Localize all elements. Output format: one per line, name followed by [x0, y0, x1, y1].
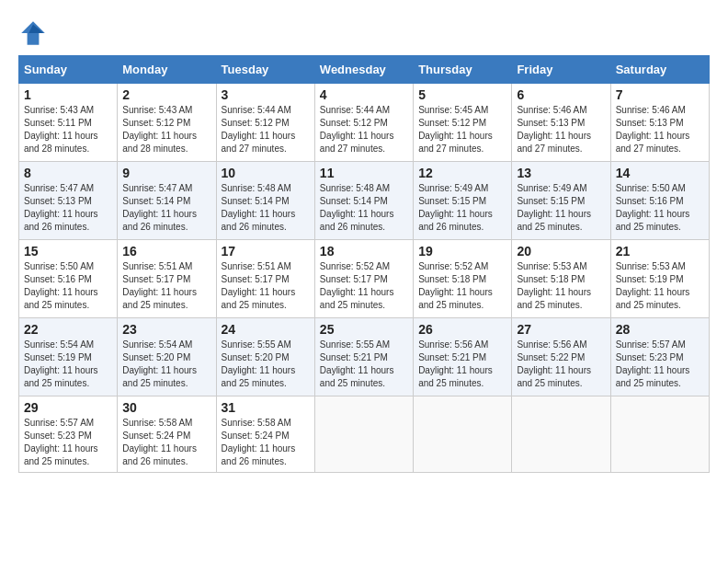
day-number: 22: [24, 322, 112, 337]
day-number: 1: [24, 87, 112, 102]
calendar-cell: 23Sunrise: 5:54 AMSunset: 5:20 PMDayligh…: [118, 318, 216, 396]
calendar-cell: 15Sunrise: 5:50 AMSunset: 5:16 PMDayligh…: [19, 240, 118, 318]
day-number: 14: [616, 166, 704, 180]
day-number: 24: [222, 322, 310, 337]
day-number: 30: [122, 400, 210, 415]
day-info: Sunrise: 5:56 AMSunset: 5:22 PMDaylight:…: [517, 339, 605, 390]
day-number: 20: [517, 244, 605, 259]
calendar-cell: 31Sunrise: 5:58 AMSunset: 5:24 PMDayligh…: [216, 396, 314, 473]
day-number: 7: [616, 87, 704, 102]
calendar-cell: [314, 396, 413, 473]
day-number: 21: [616, 244, 704, 259]
calendar-header-row: SundayMondayTuesdayWednesdayThursdayFrid…: [19, 56, 710, 84]
day-number: 31: [222, 400, 310, 415]
day-info: Sunrise: 5:46 AMSunset: 5:13 PMDaylight:…: [616, 104, 704, 155]
day-info: Sunrise: 5:54 AMSunset: 5:19 PMDaylight:…: [24, 339, 112, 390]
day-info: Sunrise: 5:54 AMSunset: 5:20 PMDaylight:…: [122, 339, 210, 390]
day-info: Sunrise: 5:43 AMSunset: 5:11 PMDaylight:…: [24, 104, 112, 155]
calendar-cell: [414, 396, 512, 473]
calendar-cell: 17Sunrise: 5:51 AMSunset: 5:17 PMDayligh…: [216, 240, 314, 318]
calendar-cell: 28Sunrise: 5:57 AMSunset: 5:23 PMDayligh…: [610, 318, 709, 396]
day-number: 9: [122, 166, 210, 180]
day-info: Sunrise: 5:51 AMSunset: 5:17 PMDaylight:…: [222, 260, 310, 312]
day-number: 15: [24, 244, 112, 259]
day-number: 29: [24, 400, 112, 415]
calendar-cell: 14Sunrise: 5:50 AMSunset: 5:16 PMDayligh…: [610, 162, 709, 240]
logo: [18, 18, 51, 48]
calendar-cell: 18Sunrise: 5:52 AMSunset: 5:17 PMDayligh…: [314, 240, 413, 318]
day-number: 2: [122, 87, 210, 102]
calendar-week-row: 22Sunrise: 5:54 AMSunset: 5:19 PMDayligh…: [19, 318, 710, 396]
calendar-cell: 26Sunrise: 5:56 AMSunset: 5:21 PMDayligh…: [414, 318, 512, 396]
calendar-cell: 6Sunrise: 5:46 AMSunset: 5:13 PMDaylight…: [512, 84, 610, 162]
day-number: 3: [222, 87, 310, 102]
day-info: Sunrise: 5:57 AMSunset: 5:23 PMDaylight:…: [24, 417, 112, 468]
day-number: 23: [122, 322, 210, 337]
calendar-cell: [512, 396, 610, 473]
day-info: Sunrise: 5:48 AMSunset: 5:14 PMDaylight:…: [222, 182, 310, 234]
day-number: 18: [320, 244, 408, 259]
calendar-cell: 9Sunrise: 5:47 AMSunset: 5:14 PMDaylight…: [118, 162, 216, 240]
calendar-cell: 10Sunrise: 5:48 AMSunset: 5:14 PMDayligh…: [216, 162, 314, 240]
calendar-cell: 7Sunrise: 5:46 AMSunset: 5:13 PMDaylight…: [610, 84, 709, 162]
calendar-cell: 1Sunrise: 5:43 AMSunset: 5:11 PMDaylight…: [19, 84, 118, 162]
calendar-cell: 19Sunrise: 5:52 AMSunset: 5:18 PMDayligh…: [414, 240, 512, 318]
day-number: 13: [517, 166, 605, 180]
column-header-wednesday: Wednesday: [314, 56, 413, 84]
calendar-cell: 20Sunrise: 5:53 AMSunset: 5:18 PMDayligh…: [512, 240, 610, 318]
day-info: Sunrise: 5:58 AMSunset: 5:24 PMDaylight:…: [122, 417, 210, 468]
calendar-cell: [610, 396, 709, 473]
calendar-cell: 4Sunrise: 5:44 AMSunset: 5:12 PMDaylight…: [314, 84, 413, 162]
day-info: Sunrise: 5:47 AMSunset: 5:13 PMDaylight:…: [24, 182, 112, 234]
day-info: Sunrise: 5:55 AMSunset: 5:21 PMDaylight:…: [320, 339, 408, 390]
calendar-cell: 13Sunrise: 5:49 AMSunset: 5:15 PMDayligh…: [512, 162, 610, 240]
day-info: Sunrise: 5:53 AMSunset: 5:19 PMDaylight:…: [616, 260, 704, 312]
day-info: Sunrise: 5:52 AMSunset: 5:18 PMDaylight:…: [418, 260, 506, 312]
day-info: Sunrise: 5:47 AMSunset: 5:14 PMDaylight:…: [122, 182, 210, 234]
day-info: Sunrise: 5:43 AMSunset: 5:12 PMDaylight:…: [122, 104, 210, 155]
day-number: 28: [616, 322, 704, 337]
column-header-sunday: Sunday: [19, 56, 118, 84]
day-info: Sunrise: 5:49 AMSunset: 5:15 PMDaylight:…: [517, 182, 605, 234]
calendar-cell: 16Sunrise: 5:51 AMSunset: 5:17 PMDayligh…: [118, 240, 216, 318]
day-number: 12: [418, 166, 506, 180]
calendar-cell: 30Sunrise: 5:58 AMSunset: 5:24 PMDayligh…: [118, 396, 216, 473]
day-info: Sunrise: 5:55 AMSunset: 5:20 PMDaylight:…: [222, 339, 310, 390]
day-info: Sunrise: 5:48 AMSunset: 5:14 PMDaylight:…: [320, 182, 408, 234]
day-info: Sunrise: 5:51 AMSunset: 5:17 PMDaylight:…: [122, 260, 210, 312]
day-info: Sunrise: 5:50 AMSunset: 5:16 PMDaylight:…: [616, 182, 704, 234]
day-number: 27: [517, 322, 605, 337]
day-number: 19: [418, 244, 506, 259]
day-number: 5: [418, 87, 506, 102]
day-info: Sunrise: 5:44 AMSunset: 5:12 PMDaylight:…: [222, 104, 310, 155]
calendar-week-row: 1Sunrise: 5:43 AMSunset: 5:11 PMDaylight…: [19, 84, 710, 162]
calendar-cell: 25Sunrise: 5:55 AMSunset: 5:21 PMDayligh…: [314, 318, 413, 396]
day-number: 11: [320, 166, 408, 180]
day-number: 26: [418, 322, 506, 337]
day-info: Sunrise: 5:56 AMSunset: 5:21 PMDaylight:…: [418, 339, 506, 390]
day-info: Sunrise: 5:45 AMSunset: 5:12 PMDaylight:…: [418, 104, 506, 155]
day-info: Sunrise: 5:57 AMSunset: 5:23 PMDaylight:…: [616, 339, 704, 390]
day-info: Sunrise: 5:53 AMSunset: 5:18 PMDaylight:…: [517, 260, 605, 312]
calendar-week-row: 8Sunrise: 5:47 AMSunset: 5:13 PMDaylight…: [19, 162, 710, 240]
day-number: 25: [320, 322, 408, 337]
day-number: 6: [517, 87, 605, 102]
day-info: Sunrise: 5:49 AMSunset: 5:15 PMDaylight:…: [418, 182, 506, 234]
day-number: 8: [24, 166, 112, 180]
day-number: 16: [122, 244, 210, 259]
header: [18, 18, 710, 48]
calendar: SundayMondayTuesdayWednesdayThursdayFrid…: [18, 55, 710, 473]
calendar-cell: 27Sunrise: 5:56 AMSunset: 5:22 PMDayligh…: [512, 318, 610, 396]
day-number: 4: [320, 87, 408, 102]
day-info: Sunrise: 5:44 AMSunset: 5:12 PMDaylight:…: [320, 104, 408, 155]
calendar-cell: 21Sunrise: 5:53 AMSunset: 5:19 PMDayligh…: [610, 240, 709, 318]
calendar-week-row: 29Sunrise: 5:57 AMSunset: 5:23 PMDayligh…: [19, 396, 710, 473]
calendar-cell: 24Sunrise: 5:55 AMSunset: 5:20 PMDayligh…: [216, 318, 314, 396]
calendar-cell: 29Sunrise: 5:57 AMSunset: 5:23 PMDayligh…: [19, 396, 118, 473]
calendar-cell: 12Sunrise: 5:49 AMSunset: 5:15 PMDayligh…: [414, 162, 512, 240]
column-header-tuesday: Tuesday: [216, 56, 314, 84]
column-header-saturday: Saturday: [610, 56, 709, 84]
column-header-friday: Friday: [512, 56, 610, 84]
column-header-monday: Monday: [118, 56, 216, 84]
calendar-cell: 5Sunrise: 5:45 AMSunset: 5:12 PMDaylight…: [414, 84, 512, 162]
